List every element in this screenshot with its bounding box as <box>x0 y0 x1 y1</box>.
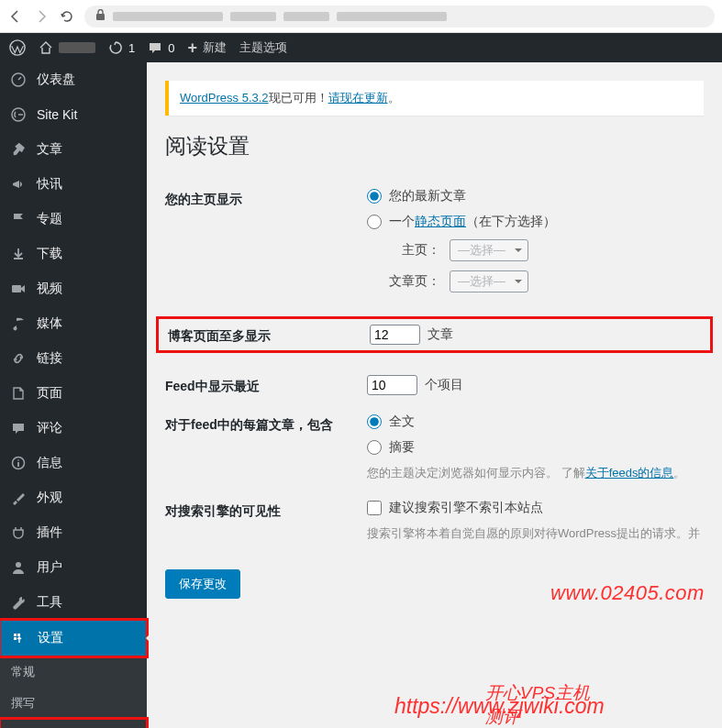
link-icon <box>9 349 28 368</box>
front-page-label: 主页： <box>385 242 440 259</box>
sidebar-item-downloads[interactable]: 下载 <box>0 237 147 271</box>
update-notice: WordPress 5.3.2现已可用！请现在更新。 <box>165 81 704 116</box>
comments-link[interactable]: 0 <box>148 40 174 55</box>
megaphone-icon <box>9 175 28 193</box>
updates-count: 1 <box>128 41 135 55</box>
homepage-latest-radio[interactable] <box>367 189 382 204</box>
sidebar-item-label: 信息 <box>37 455 62 471</box>
feed-content-label: 对于feed中的每篇文章，包含 <box>165 414 367 434</box>
lock-icon <box>95 9 106 24</box>
sidebar-item-topics[interactable]: 专题 <box>0 202 147 237</box>
sidebar-item-video[interactable]: 视频 <box>0 271 147 306</box>
svg-rect-4 <box>12 285 21 292</box>
comment-icon <box>9 419 28 437</box>
refresh-icon[interactable] <box>59 8 75 25</box>
sidebar-item-posts[interactable]: 文章 <box>0 132 147 167</box>
seo-checkbox[interactable] <box>367 501 382 515</box>
plugin-icon <box>9 524 28 542</box>
svg-rect-8 <box>17 634 20 636</box>
feed-items-input[interactable] <box>367 375 417 395</box>
sidebar-item-sitekit[interactable]: Site Kit <box>0 97 147 132</box>
site-link[interactable] <box>39 40 95 55</box>
feed-description: 您的主题决定浏览器如何显示内容。 了解关于feeds的信息。 <box>367 465 704 481</box>
info-icon <box>9 454 28 472</box>
highlighted-setting: 博客页面至多显示 文章 <box>156 316 713 353</box>
sidebar-item-comments[interactable]: 评论 <box>0 411 147 446</box>
posts-per-page-unit: 文章 <box>428 326 453 343</box>
sidebar-item-label: 用户 <box>37 559 62 576</box>
update-now-link[interactable]: 请现在更新 <box>328 91 388 105</box>
homepage-latest-label: 您的最新文章 <box>389 188 466 204</box>
wp-admin-bar: 1 0 + 新建 主题选项 <box>0 33 722 62</box>
homepage-static-label: 一个静态页面（在下方选择） <box>389 214 556 230</box>
sidebar-item-news[interactable]: 快讯 <box>0 167 147 202</box>
comments-count: 0 <box>168 41 174 55</box>
tools-icon <box>9 593 28 612</box>
feed-items-label: Feed中显示最近 <box>165 375 367 395</box>
sidebar-item-plugins[interactable]: 插件 <box>0 515 147 550</box>
sidebar-item-dashboard[interactable]: 仪表盘 <box>0 62 147 97</box>
flag-icon <box>9 210 28 228</box>
page-title: 阅读设置 <box>165 132 704 160</box>
url-bar[interactable] <box>84 6 715 28</box>
sidebar-item-links[interactable]: 链接 <box>0 341 147 376</box>
front-page-select[interactable]: —选择— <box>450 239 528 261</box>
posts-per-page-input[interactable] <box>370 325 420 345</box>
sidebar-item-users[interactable]: 用户 <box>0 550 147 585</box>
sidebar-item-label: 专题 <box>37 211 62 227</box>
svg-point-6 <box>16 562 21 568</box>
sidebar-item-appearance[interactable]: 外观 <box>0 480 147 515</box>
feed-full-radio[interactable] <box>367 414 382 429</box>
feed-summary-radio[interactable] <box>367 440 382 455</box>
feed-full-label: 全文 <box>389 414 415 430</box>
sidebar-item-settings[interactable]: 设置 <box>1 621 146 656</box>
dashboard-icon <box>9 71 28 89</box>
sidebar-item-label: 快讯 <box>37 176 62 193</box>
sub-item-reading[interactable]: 阅读 <box>1 720 146 728</box>
sidebar-item-label: 下载 <box>37 246 62 262</box>
sidebar-item-label: 链接 <box>37 350 62 367</box>
posts-per-page-label: 博客页面至多显示 <box>168 325 370 345</box>
save-button[interactable]: 保存更改 <box>165 569 240 599</box>
sidebar-item-media[interactable]: 媒体 <box>0 306 147 341</box>
homepage-label: 您的主页显示 <box>165 188 367 208</box>
sidebar-item-label: 插件 <box>37 524 62 541</box>
posts-page-label: 文章页： <box>385 273 440 290</box>
sidebar-item-label: 工具 <box>37 594 62 611</box>
wp-logo-icon[interactable] <box>9 39 26 56</box>
sub-item-general[interactable]: 常规 <box>0 656 147 688</box>
sidebar-item-label: 设置 <box>38 630 63 646</box>
sub-item-writing[interactable]: 撰写 <box>0 688 147 719</box>
feed-summary-label: 摘要 <box>389 439 415 456</box>
wp-version-link[interactable]: WordPress 5.3.2 <box>180 91 269 105</box>
homepage-static-radio[interactable] <box>367 215 382 229</box>
sidebar-item-label: 视频 <box>37 281 62 297</box>
new-content-link[interactable]: + 新建 <box>187 39 227 58</box>
sidebar-item-label: 页面 <box>37 385 62 402</box>
seo-label: 对搜索引擎的可见性 <box>165 500 367 520</box>
sidebar-item-tools[interactable]: 工具 <box>0 585 147 620</box>
forward-icon[interactable] <box>33 8 50 25</box>
svg-rect-7 <box>14 634 17 636</box>
sitekit-icon <box>9 105 28 124</box>
admin-sidebar: 仪表盘 Site Kit 文章 快讯 专题 下载 视频 媒体 <box>0 62 147 728</box>
theme-options-link[interactable]: 主题选项 <box>239 39 287 56</box>
posts-page-select[interactable]: —选择— <box>450 270 528 292</box>
new-label: 新建 <box>203 39 227 56</box>
sidebar-item-pages[interactable]: 页面 <box>0 376 147 411</box>
settings-icon <box>10 629 28 647</box>
sidebar-item-info[interactable]: 信息 <box>0 446 147 480</box>
seo-checkbox-label: 建议搜索引擎不索引本站点 <box>389 500 543 516</box>
media-icon <box>9 314 28 333</box>
sidebar-item-label: 文章 <box>37 141 62 158</box>
main-content: WordPress 5.3.2现已可用！请现在更新。 阅读设置 您的主页显示 您… <box>147 62 722 728</box>
svg-rect-9 <box>14 637 17 640</box>
updates-link[interactable]: 1 <box>108 40 135 55</box>
browser-toolbar <box>0 0 722 33</box>
appearance-icon <box>9 489 28 507</box>
watermark: https://开心VPS主机测评www.zjwiki.com <box>394 694 605 719</box>
sidebar-item-label: Site Kit <box>37 107 77 122</box>
feed-items-unit: 个项目 <box>425 377 463 393</box>
back-icon[interactable] <box>7 8 24 25</box>
download-icon <box>9 245 28 263</box>
